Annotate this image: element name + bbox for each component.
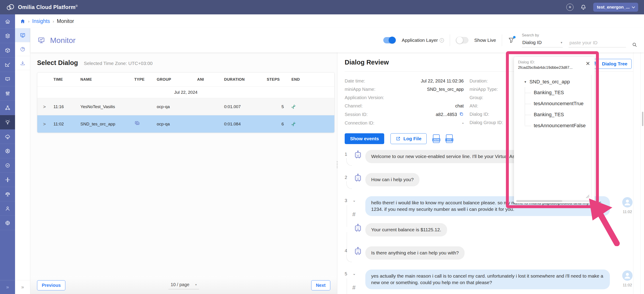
expand-chevron-icon[interactable]: > bbox=[37, 99, 52, 115]
sidebar-item-orchestrator[interactable] bbox=[0, 101, 15, 115]
table-row[interactable]: > 11:16 YesNoTest_Vasilis ocp-qa 0:01.00… bbox=[37, 98, 334, 115]
dialog-review-pane: Dialog Review Dialog Tree Date time:Jul … bbox=[338, 52, 644, 294]
show-live-toggle[interactable] bbox=[456, 37, 468, 43]
col-ani: ANI bbox=[195, 73, 222, 87]
info-icon[interactable]: i bbox=[440, 38, 444, 43]
chat-bubble-icon bbox=[5, 76, 10, 82]
field-value: - bbox=[462, 120, 464, 126]
settings-icon[interactable]: ✳ bbox=[566, 4, 574, 11]
subnav-item-monitor[interactable] bbox=[15, 28, 30, 42]
subnav-item-export[interactable] bbox=[15, 56, 30, 70]
network-icon bbox=[5, 105, 10, 111]
cell-end: ✂ bbox=[290, 98, 334, 115]
step-number: 3 bbox=[345, 198, 347, 203]
step-number: 1 bbox=[345, 152, 347, 157]
caret-down-icon: ▾ bbox=[561, 41, 562, 44]
robot-icon bbox=[354, 174, 362, 183]
home-icon[interactable] bbox=[20, 19, 25, 24]
cell-group: ocp-qa bbox=[155, 99, 195, 114]
collapse-chevron-icon[interactable]: ⌄ bbox=[352, 271, 356, 276]
page-scrollbar-thumb[interactable] bbox=[642, 112, 643, 126]
dialog-table: TIME NAME TYPE GROUP ANI DURATION STEPS … bbox=[37, 72, 334, 133]
sidebar-item-quality[interactable] bbox=[0, 158, 15, 173]
breadcrumb-separator: › bbox=[53, 19, 54, 24]
show-events-button[interactable]: Show events bbox=[345, 133, 384, 144]
sidebar-item-legal[interactable] bbox=[0, 187, 15, 201]
registered-mark: ® bbox=[76, 4, 78, 8]
scroll-gutter-line bbox=[633, 52, 634, 294]
robot-icon bbox=[354, 150, 362, 160]
field-label: miniApp Type: bbox=[470, 87, 498, 92]
table-row-selected[interactable]: > 11:02 SND_tes_orc_app ocp-qa 0:01.084 … bbox=[37, 115, 334, 133]
sidebar-collapse-button[interactable]: » bbox=[0, 280, 15, 294]
scales-icon bbox=[5, 191, 10, 197]
tree-node[interactable]: Banking_TES bbox=[534, 112, 592, 118]
sidebar-item-tuning[interactable] bbox=[0, 86, 15, 101]
popup-horizontal-scrollbar[interactable] bbox=[516, 200, 590, 202]
monitor-icon bbox=[38, 37, 45, 44]
bell-icon[interactable] bbox=[580, 4, 586, 10]
previous-page-button[interactable]: Previous bbox=[37, 280, 65, 290]
message-time: 11:02 bbox=[623, 210, 632, 214]
field-label: Application Version: bbox=[345, 95, 384, 100]
sidebar-item-insights[interactable] bbox=[0, 115, 15, 129]
sidebar-item-layers[interactable] bbox=[0, 29, 15, 43]
close-icon[interactable]: ✕ bbox=[585, 60, 591, 70]
tree-expand-icon[interactable]: ▼ bbox=[524, 80, 527, 84]
tree-node[interactable]: Banking_TES bbox=[534, 90, 592, 96]
filter-button[interactable] bbox=[508, 37, 515, 44]
box-icon bbox=[5, 48, 10, 53]
breadcrumb-insights[interactable]: Insights bbox=[32, 18, 50, 24]
field-label: Channel: bbox=[345, 103, 363, 109]
sidebar-item-home[interactable] bbox=[0, 14, 15, 29]
user-menu-button[interactable]: test_energon_... bbox=[593, 3, 638, 12]
sidebar-item-conversations[interactable] bbox=[0, 72, 15, 86]
sidebar-item-support[interactable] bbox=[0, 216, 15, 230]
bot-message: How can i help you? bbox=[365, 173, 420, 186]
timezone-label: Selected Time Zone: UTC+03:00 bbox=[84, 61, 152, 66]
home-icon bbox=[5, 19, 10, 25]
page-size-select[interactable]: 10 / page ▾ bbox=[168, 281, 199, 289]
log-file-button[interactable]: Log File bbox=[390, 133, 427, 144]
insights-sidebar: » bbox=[15, 28, 30, 294]
field-label: Dialog ID: bbox=[470, 112, 489, 117]
subnav-collapse-button[interactable]: » bbox=[15, 280, 30, 294]
sidebar-item-miniapps[interactable] bbox=[0, 43, 15, 58]
external-link-icon bbox=[396, 136, 400, 141]
export-json-button[interactable]: JSON bbox=[433, 134, 440, 143]
omilia-cloud-platform-app: Omilia Cloud Platform® ✳ test_energon_..… bbox=[0, 0, 644, 294]
sidebar-item-cloud[interactable] bbox=[0, 129, 15, 144]
collapse-chevron-icon[interactable]: ⌄ bbox=[352, 198, 356, 203]
search-by-select[interactable]: Dialog ID ▾ bbox=[522, 39, 563, 48]
scroll-gutter-line bbox=[640, 52, 641, 294]
subnav-item-reports[interactable] bbox=[15, 42, 30, 56]
next-page-button[interactable]: Next bbox=[311, 280, 330, 290]
connector-line bbox=[346, 181, 352, 189]
scissors-icon: ✂ bbox=[290, 120, 298, 128]
dialog-id-value: 2fcad2bc8ab4dc19dbbe23d87... bbox=[518, 65, 572, 70]
sidebar-item-users[interactable] bbox=[0, 201, 15, 216]
step-number: 4 bbox=[345, 248, 347, 253]
copy-icon[interactable] bbox=[459, 112, 464, 117]
robot-icon bbox=[354, 247, 362, 257]
sidebar-item-integrations[interactable] bbox=[0, 173, 15, 187]
application-layer-toggle[interactable] bbox=[383, 37, 396, 43]
cell-ani bbox=[195, 119, 222, 129]
expand-chevron-icon[interactable]: > bbox=[37, 116, 52, 132]
search-input[interactable] bbox=[569, 40, 614, 46]
search-button[interactable] bbox=[632, 42, 637, 48]
dialog-id-popup: Dialog ID: 2fcad2bc8ab4dc19dbbe23d87... … bbox=[514, 57, 594, 203]
resize-grip-icon[interactable] bbox=[586, 194, 590, 198]
sidebar-item-measure[interactable] bbox=[0, 58, 15, 72]
sidebar-item-admin[interactable] bbox=[0, 144, 15, 158]
export-rtf-button[interactable]: RTF bbox=[446, 134, 453, 143]
tree-root-node[interactable]: ▼ SND_tes_orc_app bbox=[524, 79, 592, 85]
show-live-label: Show Live bbox=[474, 38, 496, 43]
cell-end: ✂ bbox=[290, 116, 334, 132]
brand: Omilia Cloud Platform® bbox=[6, 4, 78, 11]
layers-icon bbox=[5, 33, 10, 39]
tree-node[interactable]: tesAnnouncementFalse bbox=[534, 123, 592, 129]
dialog-tree-button[interactable]: Dialog Tree bbox=[590, 59, 632, 69]
tree-node[interactable]: tesAnnouncementTrue bbox=[534, 101, 592, 107]
filter-active-dot bbox=[513, 36, 516, 39]
